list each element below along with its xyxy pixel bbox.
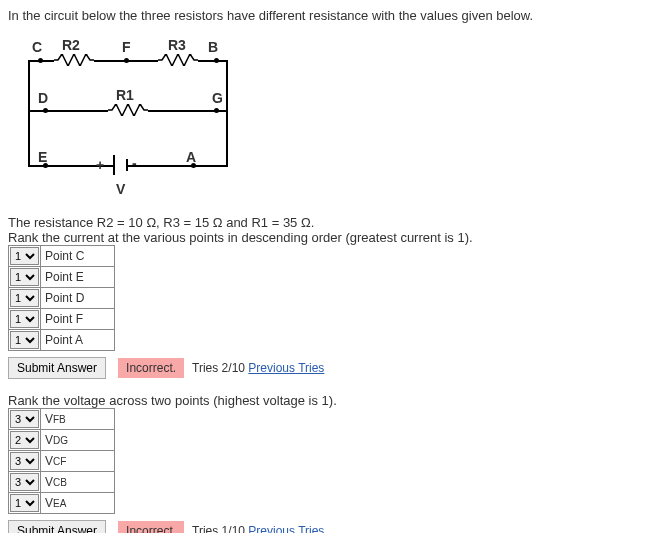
q2-label-0: VFB	[40, 409, 114, 429]
label-r3: R3	[168, 37, 186, 53]
q2-row-4: 1 VEA	[8, 493, 115, 514]
intro-text: In the circuit below the three resistors…	[8, 8, 646, 23]
q2-select-1[interactable]: 2	[10, 431, 39, 449]
q2-status: Incorrect.	[118, 521, 184, 533]
q2-row-1: 2 VDG	[8, 430, 115, 451]
q1-prompt: Rank the current at the various points i…	[8, 230, 646, 245]
q2-prompt: Rank the voltage across two points (high…	[8, 393, 646, 408]
q2-select-4[interactable]: 1	[10, 494, 39, 512]
q1-row-0: 1 Point C	[8, 245, 115, 267]
label-v: V	[116, 181, 125, 197]
q1-label-1: Point E	[40, 267, 114, 287]
label-r2: R2	[62, 37, 80, 53]
q1-select-4[interactable]: 1	[10, 331, 39, 349]
q2-tries: Tries 1/10	[192, 524, 245, 533]
q2-label-4: VEA	[40, 493, 114, 513]
given-values: The resistance R2 = 10 Ω, R3 = 15 Ω and …	[8, 215, 646, 230]
q2-rank-container: 3 VFB 2 VDG 3 VCF 3 VCB 1 VEA	[8, 408, 646, 514]
label-e: E	[38, 149, 47, 165]
label-d: D	[38, 90, 48, 106]
q2-select-0[interactable]: 3	[10, 410, 39, 428]
q2-label-2: VCF	[40, 451, 114, 471]
q1-submit-row: Submit Answer Incorrect. Tries 2/10 Prev…	[8, 357, 646, 379]
label-plus: +	[96, 157, 104, 173]
q2-submit-button[interactable]: Submit Answer	[8, 520, 106, 533]
q1-prev-tries-link[interactable]: Previous Tries	[248, 361, 324, 375]
q2-label-1: VDG	[40, 430, 114, 450]
q1-label-2: Point D	[40, 288, 114, 308]
label-r1: R1	[116, 87, 134, 103]
q2-submit-row: Submit Answer Incorrect. Tries 1/10 Prev…	[8, 520, 646, 533]
label-f: F	[122, 39, 131, 55]
q1-label-4: Point A	[40, 330, 114, 350]
q1-select-1[interactable]: 1	[10, 268, 39, 286]
label-c: C	[32, 39, 42, 55]
label-b: B	[208, 39, 218, 55]
label-g: G	[212, 90, 223, 106]
q1-tries: Tries 2/10	[192, 361, 245, 375]
q1-rank-container: 1 Point C 1 Point E 1 Point D 1 Point F …	[8, 245, 646, 351]
q2-label-3: VCB	[40, 472, 114, 492]
label-a: A	[186, 149, 196, 165]
q1-row-2: 1 Point D	[8, 288, 115, 309]
q2-row-3: 3 VCB	[8, 472, 115, 493]
q2-select-2[interactable]: 3	[10, 452, 39, 470]
q2-row-0: 3 VFB	[8, 408, 115, 430]
q1-submit-button[interactable]: Submit Answer	[8, 357, 106, 379]
q1-status: Incorrect.	[118, 358, 184, 378]
q1-select-2[interactable]: 1	[10, 289, 39, 307]
q1-row-1: 1 Point E	[8, 267, 115, 288]
q1-select-3[interactable]: 1	[10, 310, 39, 328]
q1-row-4: 1 Point A	[8, 330, 115, 351]
q1-label-3: Point F	[40, 309, 114, 329]
q2-select-3[interactable]: 3	[10, 473, 39, 491]
q2-row-2: 3 VCF	[8, 451, 115, 472]
q1-label-0: Point C	[40, 246, 114, 266]
label-minus: -	[132, 155, 137, 171]
circuit-diagram: C R2 F R3 B D R1 G E A + - V	[18, 35, 248, 205]
q2-prev-tries-link[interactable]: Previous Tries	[248, 524, 324, 533]
q1-row-3: 1 Point F	[8, 309, 115, 330]
q1-select-0[interactable]: 1	[10, 247, 39, 265]
